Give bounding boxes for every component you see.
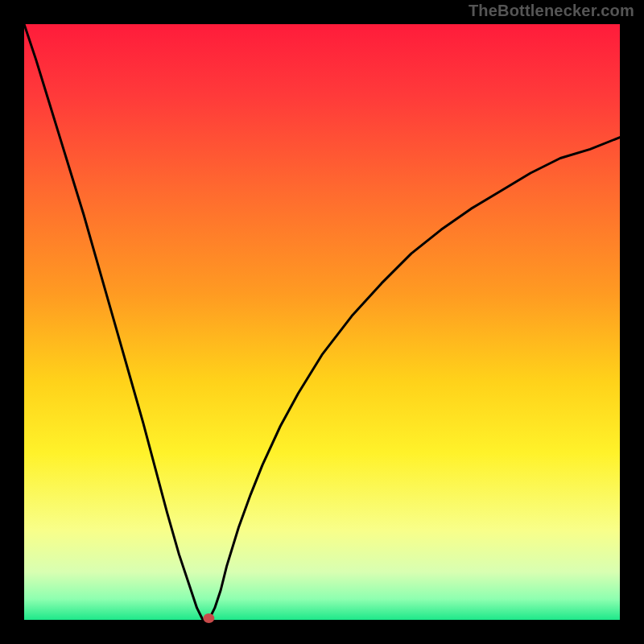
chart-frame: TheBottlenecker.com: [0, 0, 644, 644]
minimum-marker: [203, 613, 214, 623]
chart-svg: [0, 0, 644, 644]
